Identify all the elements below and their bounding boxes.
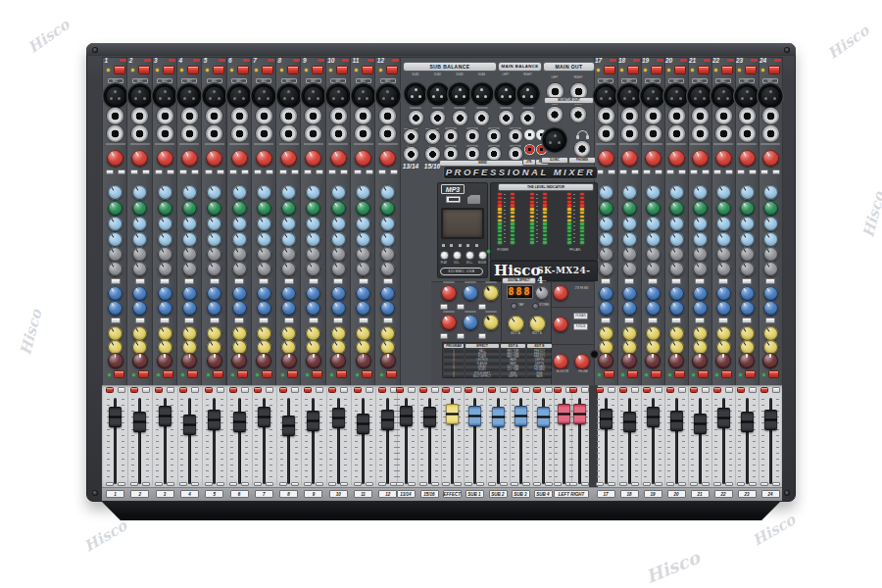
pad-switch[interactable]: [316, 170, 323, 174]
fader-mute-button[interactable]: [229, 387, 237, 393]
channel-knob[interactable]: [693, 201, 708, 216]
aux-pre-button[interactable]: [111, 318, 121, 323]
aux-pre-button[interactable]: [601, 318, 611, 323]
pan-knob[interactable]: [306, 353, 321, 368]
insert-jack[interactable]: [692, 125, 709, 142]
pad-switch[interactable]: [366, 170, 373, 174]
pan-knob[interactable]: [715, 353, 731, 368]
fader-bottom-button[interactable]: [725, 482, 733, 486]
fader-cap-2[interactable]: [133, 412, 146, 432]
channel-knob[interactable]: [306, 301, 320, 316]
pfl-button[interactable]: [114, 370, 124, 378]
aux-pre-button[interactable]: [648, 318, 658, 323]
pad-switch[interactable]: [608, 170, 615, 174]
fader-assign-button[interactable]: [522, 387, 530, 393]
fader-bottom-button[interactable]: [304, 482, 312, 486]
main-out-jack[interactable]: [570, 83, 587, 100]
fader-assign-button[interactable]: [749, 387, 757, 393]
channel-knob[interactable]: [763, 217, 778, 231]
lowcut-button[interactable]: [254, 170, 262, 174]
aux-pre-button[interactable]: [234, 318, 244, 323]
fader-assign-button[interactable]: [608, 387, 615, 393]
channel-knob[interactable]: [207, 262, 221, 276]
channel-knob[interactable]: [740, 185, 755, 200]
insert-jack[interactable]: [131, 125, 148, 142]
channel-knob[interactable]: [232, 217, 247, 231]
line-input-jack[interactable]: [621, 108, 638, 124]
pad-switch[interactable]: [678, 170, 686, 174]
fader-assign-button[interactable]: [702, 387, 710, 393]
channel-knob[interactable]: [356, 217, 370, 231]
value-knob[interactable]: [535, 286, 549, 300]
fader-cap-sub-4[interactable]: [537, 407, 550, 427]
insert-jack[interactable]: [621, 125, 638, 142]
fader-mute-button[interactable]: [760, 387, 768, 393]
monitor-knob[interactable]: [553, 354, 568, 369]
pfl-button[interactable]: [627, 370, 638, 378]
channel-knob[interactable]: [763, 301, 778, 316]
fader-mute-button[interactable]: [205, 387, 213, 393]
fader-assign-button[interactable]: [655, 387, 662, 393]
fader-cap-12[interactable]: [381, 410, 394, 430]
line-input-jack[interactable]: [157, 108, 173, 124]
channel-knob[interactable]: [646, 217, 661, 231]
phones-jack[interactable]: [574, 141, 590, 157]
pad-button[interactable]: [651, 66, 662, 74]
line-input-jack[interactable]: [181, 108, 198, 124]
lowcut-button[interactable]: [378, 170, 386, 174]
channel-knob[interactable]: [599, 185, 613, 200]
gain-knob[interactable]: [621, 150, 638, 167]
sub-output-xlr[interactable]: [406, 84, 425, 104]
line-input-jack[interactable]: [692, 108, 709, 124]
fader-assign-button[interactable]: [118, 387, 125, 393]
gain-knob[interactable]: [739, 150, 756, 167]
fader-bottom-button[interactable]: [655, 482, 662, 486]
main-output-xlr[interactable]: [496, 84, 515, 104]
line-input-jack[interactable]: [107, 108, 123, 124]
fader-bottom-button[interactable]: [678, 482, 686, 486]
fader-cap-23[interactable]: [741, 412, 754, 432]
channel-knob[interactable]: [356, 301, 370, 316]
aux-send-jack[interactable]: [444, 129, 458, 143]
fader-cap-effect[interactable]: [446, 404, 459, 424]
aux-master-knob[interactable]: [483, 285, 499, 301]
insert-jack[interactable]: [715, 125, 732, 142]
channel-knob[interactable]: [132, 262, 147, 276]
pad-button[interactable]: [336, 66, 348, 74]
main-insert-jack[interactable]: [499, 111, 514, 125]
fader-assign-button[interactable]: [241, 387, 249, 393]
pan-knob[interactable]: [330, 353, 346, 368]
insert-jack[interactable]: [231, 125, 248, 142]
channel-knob[interactable]: [207, 217, 221, 231]
pan-knob[interactable]: [108, 353, 123, 368]
fader-assign-button[interactable]: [191, 387, 199, 393]
fader-bottom-button[interactable]: [554, 482, 562, 486]
channel-knob[interactable]: [716, 201, 731, 216]
channel-knob[interactable]: [331, 185, 346, 200]
fader-cap-13-14[interactable]: [400, 406, 413, 426]
line-input-jack[interactable]: [355, 108, 371, 124]
lowcut-button[interactable]: [229, 170, 237, 174]
channel-knob[interactable]: [646, 185, 661, 200]
pad-button[interactable]: [745, 66, 757, 74]
fader-cap-9[interactable]: [307, 411, 319, 431]
pad-button[interactable]: [237, 66, 249, 74]
pad-button[interactable]: [187, 66, 199, 74]
fader-mute-button[interactable]: [179, 387, 187, 393]
lowcut-button[interactable]: [713, 170, 721, 174]
channel-knob[interactable]: [132, 185, 147, 200]
line-input-jack[interactable]: [231, 108, 248, 124]
pad-button[interactable]: [114, 66, 125, 74]
fader-bottom-button[interactable]: [533, 482, 541, 486]
mic-input-xlr[interactable]: [618, 85, 640, 107]
channel-knob[interactable]: [622, 301, 637, 316]
fader-cap-11[interactable]: [357, 414, 369, 434]
channel-knob[interactable]: [599, 217, 613, 231]
main-out-jack[interactable]: [547, 83, 564, 100]
channel-knob[interactable]: [380, 201, 395, 216]
mic-input-xlr[interactable]: [736, 85, 758, 107]
fader-track[interactable]: [188, 398, 191, 484]
aux-pre-button[interactable]: [671, 318, 681, 323]
mic-input-xlr[interactable]: [105, 85, 126, 107]
pan-knob[interactable]: [356, 353, 371, 368]
